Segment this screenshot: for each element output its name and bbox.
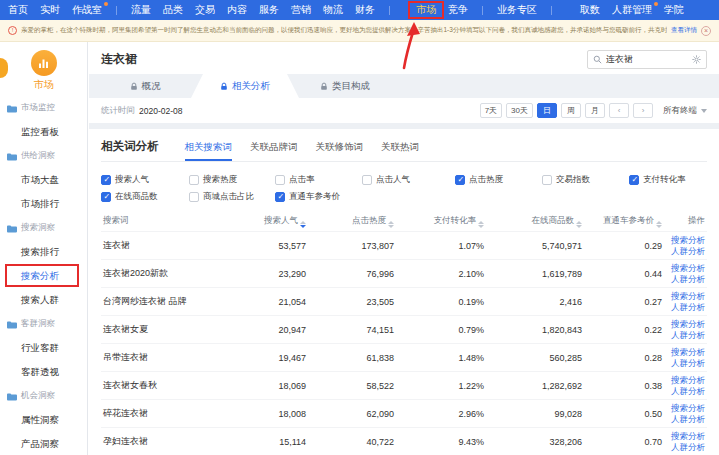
sidebar-item-search-ranking[interactable]: 搜索排行	[0, 240, 87, 264]
nav-trade[interactable]: 交易	[189, 0, 221, 20]
tab-related-search-words[interactable]: 相关搜索词	[185, 141, 233, 161]
sort-icon[interactable]	[656, 221, 662, 228]
crowd-analysis-link[interactable]: 人群分析	[671, 358, 705, 368]
col-actions: 操作	[664, 215, 707, 227]
nav-separator	[389, 6, 390, 15]
close-icon[interactable]: ×	[701, 26, 711, 36]
nav-academy[interactable]: 学院	[658, 0, 690, 20]
nav-crowd-mgmt[interactable]: 人群管理	[606, 0, 658, 20]
notice-text: 亲爱的掌柜，在这个特殊时期，阿里集团希望第一时间了解您生意动态和当前面临的问题，…	[21, 26, 667, 35]
keyword-cell: 连衣裙2020新款	[101, 267, 226, 280]
filter-click-rate[interactable]: 点击率	[275, 174, 362, 186]
sidebar-item-search-analysis[interactable]: 搜索分析	[0, 264, 87, 288]
nav-service[interactable]: 服务	[253, 0, 285, 20]
crowd-analysis-link[interactable]: 人群分析	[671, 302, 705, 312]
tab-modifier-words[interactable]: 关联修饰词	[316, 141, 364, 161]
nav-business-zone[interactable]: 业务专区	[491, 0, 543, 20]
checkbox-icon	[275, 175, 285, 185]
table-row: 台湾网纱连衣裙 品牌 21,054 23,505 0.19% 2,416 0.2…	[101, 287, 707, 315]
range-30d-button[interactable]: 30天	[506, 103, 533, 118]
search-analysis-link[interactable]: 搜索分析	[671, 347, 705, 357]
search-analysis-link[interactable]: 搜索分析	[671, 291, 705, 301]
keyword-cell: 台湾网纱连衣裙 品牌	[101, 295, 226, 308]
search-analysis-link[interactable]: 搜索分析	[671, 431, 705, 441]
gear-icon[interactable]	[692, 50, 701, 68]
sidebar-item-search-crowd[interactable]: 搜索人群	[0, 288, 87, 312]
filter-trade-index[interactable]: 交易指数	[542, 174, 629, 186]
filter-click-popularity[interactable]: 点击人气	[362, 174, 455, 186]
module-label: 市场	[0, 78, 87, 92]
keyword-cell: 孕妇连衣裙	[101, 435, 226, 448]
nav-traffic[interactable]: 流量	[125, 0, 157, 20]
tab-related-analysis[interactable]: 相关分析	[191, 74, 299, 98]
sort-icon[interactable]	[388, 221, 394, 228]
filter-search-heat[interactable]: 搜索热度	[189, 174, 275, 186]
filter-pay-conversion[interactable]: 支付转化率	[629, 174, 707, 186]
sidebar-group-market-monitor: 市场监控	[0, 96, 87, 120]
sidebar: 市场 市场监控 监控看板 供给洞察 市场大盘 市场排行 搜索洞察 搜索排行 搜索…	[0, 42, 88, 455]
nav-marketing[interactable]: 营销	[285, 0, 317, 20]
lock-icon	[320, 82, 328, 91]
tab-hot-words[interactable]: 关联热词	[381, 141, 419, 161]
sidebar-item-product-insight[interactable]: 产品洞察	[0, 432, 87, 455]
sidebar-item-monitor-board[interactable]: 监控看板	[0, 120, 87, 144]
filter-ztc-price[interactable]: 直通车参考价	[275, 191, 362, 203]
nav-content[interactable]: 内容	[221, 0, 253, 20]
chevron-right-icon[interactable]: ›	[633, 103, 653, 118]
sort-icon[interactable]	[300, 221, 306, 228]
sort-icon[interactable]	[478, 221, 484, 228]
nav-war-room[interactable]: 作战室	[66, 0, 108, 20]
filter-search-popularity[interactable]: 搜索人气	[101, 174, 189, 186]
sidebar-item-market-overview[interactable]: 市场大盘	[0, 168, 87, 192]
table-row: 连衣裙女春秋 18,069 58,522 1.22% 1,282,692 0.3…	[101, 371, 707, 399]
metric-filters: 搜索人气 搜索热度 点击率 点击人气 点击热度 交易指数 支付转化率 在线商品数…	[101, 171, 707, 205]
crowd-analysis-link[interactable]: 人群分析	[671, 246, 705, 256]
sidebar-item-industry-crowd[interactable]: 行业客群	[0, 336, 87, 360]
filter-click-heat[interactable]: 点击热度	[455, 174, 542, 186]
tab-brand-words[interactable]: 关联品牌词	[250, 141, 298, 161]
crowd-analysis-link[interactable]: 人群分析	[671, 414, 705, 424]
nav-market[interactable]: 市场	[410, 0, 442, 20]
nav-home[interactable]: 首页	[2, 0, 34, 20]
keyword-cell: 连衣裙女夏	[101, 323, 226, 336]
col-ztc-price: 直通车参考价	[584, 215, 664, 228]
chevron-left-icon[interactable]: ‹	[609, 103, 629, 118]
table-row: 碎花连衣裙 18,008 62,090 2.96% 99,028 0.50 搜索…	[101, 399, 707, 427]
tab-category-composition[interactable]: 类目构成	[299, 74, 391, 98]
range-month-button[interactable]: 月	[585, 103, 605, 118]
crowd-analysis-link[interactable]: 人群分析	[671, 274, 705, 284]
search-analysis-link[interactable]: 搜索分析	[671, 319, 705, 329]
keyword-cell: 碎花连衣裙	[101, 407, 226, 420]
crowd-analysis-link[interactable]: 人群分析	[671, 442, 705, 452]
keyword-cell: 连衣裙女春秋	[101, 379, 226, 392]
search-analysis-link[interactable]: 搜索分析	[671, 235, 705, 245]
nav-data-extract[interactable]: 取数	[574, 0, 606, 20]
page-title: 连衣裙	[101, 51, 137, 68]
sort-icon[interactable]	[576, 221, 582, 228]
search-analysis-link[interactable]: 搜索分析	[671, 375, 705, 385]
sidebar-item-market-ranking[interactable]: 市场排行	[0, 192, 87, 216]
terminal-selector[interactable]: 所有终端	[663, 105, 707, 117]
checkbox-icon	[275, 192, 285, 202]
tab-overview[interactable]: 概况	[99, 74, 191, 98]
search-input[interactable]	[606, 54, 688, 64]
crowd-analysis-link[interactable]: 人群分析	[671, 386, 705, 396]
notice-detail-link[interactable]: 查看详情	[671, 26, 697, 35]
nav-realtime[interactable]: 实时	[34, 0, 66, 20]
range-7d-button[interactable]: 7天	[480, 103, 502, 118]
search-analysis-link[interactable]: 搜索分析	[671, 263, 705, 273]
filter-mall-click-share[interactable]: 商城点击占比	[189, 191, 275, 203]
sidebar-item-attribute-insight[interactable]: 属性洞察	[0, 408, 87, 432]
range-day-button[interactable]: 日	[537, 103, 557, 118]
filter-online-products[interactable]: 在线商品数	[101, 191, 189, 203]
nav-category[interactable]: 品类	[157, 0, 189, 20]
nav-logistics[interactable]: 物流	[317, 0, 349, 20]
nav-finance[interactable]: 财务	[349, 0, 381, 20]
crowd-analysis-link[interactable]: 人群分析	[671, 330, 705, 340]
search-analysis-link[interactable]: 搜索分析	[671, 403, 705, 413]
table-header: 搜索词 搜索人气 点击热度 支付转化率 在线商品数 直通车参考价 操作	[101, 211, 707, 231]
sidebar-item-crowd-perspective[interactable]: 客群透视	[0, 360, 87, 384]
range-week-button[interactable]: 周	[561, 103, 581, 118]
nav-compete[interactable]: 竞争	[442, 0, 474, 20]
lock-icon	[220, 82, 228, 91]
